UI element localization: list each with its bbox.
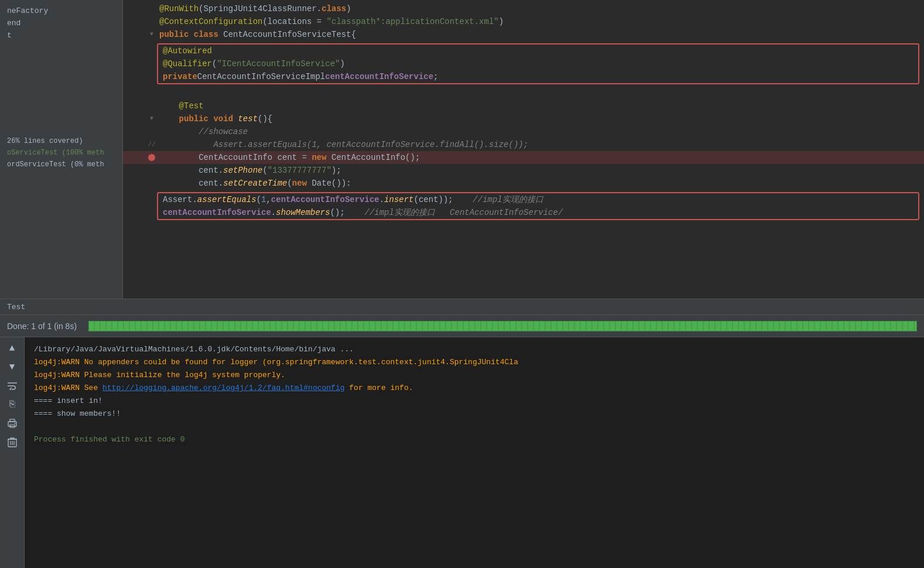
coverage-overall: 26% lines covered) [0, 135, 122, 147]
code-line-showcase: //showcase [123, 125, 924, 138]
console-line-5: ==== insert in! [34, 395, 915, 408]
lc-method: public void test(){ [157, 112, 924, 125]
progress-bar [88, 321, 917, 331]
section-separator: Test [0, 299, 924, 315]
lc-commented: Assert.assertEquals(1, centAccountInfoSe… [157, 138, 924, 151]
section-label: Test [7, 303, 25, 312]
code-scroll[interactable]: @RunWith(SpringJUnit4ClassRunner.class) … [123, 0, 924, 299]
lm-commented: // [146, 138, 157, 151]
test-done-text: Done: 1 of 1 (in 8s) [7, 321, 77, 331]
red-box2-line-2: centAccountInfoService.showMembers(); //… [158, 206, 918, 219]
red-box-line-3: private CentAccountInfoServiceImpl centA… [158, 70, 918, 83]
coverage-service-test: oServiceTest (100% meth [0, 147, 122, 159]
lm-method: ▼ [146, 112, 157, 125]
editor-area: neFactory end t 26% lines covered) oServ… [0, 0, 924, 299]
console-sidebar: ▲ ▼ ⎘ [0, 337, 25, 568]
red-box-1: @Autowired @Qualifier("ICentAccountInfoS… [157, 43, 919, 84]
code-line-2: @ContextConfiguration(locations = "class… [123, 15, 924, 28]
red-box-line-2: @Qualifier("ICentAccountInfoService") [158, 57, 918, 70]
red-box2-line-1: Assert.assertEquals(1, centAccountInfoSe… [158, 193, 918, 206]
scroll-down-icon[interactable]: ▼ [6, 361, 19, 374]
red-box-line-1: @Autowired [158, 45, 918, 57]
code-line-createtime: cent.setCreateTime(new Date()): [123, 177, 924, 190]
coverage-order-test: ordServiceTest (0% meth [0, 159, 122, 170]
svg-rect-0 [8, 422, 16, 426]
print-icon[interactable] [6, 417, 19, 430]
console-line-1: /Library/Java/JavaVirtualMachines/1.6.0.… [34, 343, 915, 356]
lc-showcase: //showcase [157, 125, 924, 138]
lc-phone: cent.setPhone("13377777777"); [157, 164, 924, 177]
lc-createtime: cent.setCreateTime(new Date()): [157, 177, 924, 190]
code-line-commented: // Assert.assertEquals(1, centAccountInf… [123, 138, 924, 151]
sidebar-item-2[interactable]: end [0, 17, 122, 29]
test-result-bar: Done: 1 of 1 (in 8s) [0, 315, 924, 337]
wrap-icon[interactable] [6, 379, 19, 392]
console-line-7 [34, 420, 915, 433]
string-classpath: "classpath*:applicationContext.xml" [327, 17, 499, 26]
copy-icon[interactable]: ⎘ [6, 398, 19, 411]
editor-sidebar: neFactory end t 26% lines covered) oServ… [0, 0, 123, 299]
annotation-context: @ContextConfiguration [159, 17, 262, 26]
breakpoint-icon [148, 154, 155, 161]
svg-point-3 [14, 423, 15, 424]
code-line-test-ann: @Test [123, 100, 924, 112]
line-marker-3: ▼ [146, 28, 157, 41]
code-line-phone: cent.setPhone("13377777777"); [123, 164, 924, 177]
lc-warn: CentAccountInfo cent = new CentAccountIn… [157, 151, 924, 164]
scroll-up-icon[interactable]: ▲ [6, 342, 19, 355]
line-content-3: public class CentAccountInfoServiceTest{ [157, 28, 924, 41]
console-line-2: log4j:WARN No appenders could be found f… [34, 356, 915, 369]
lm-warn [146, 154, 157, 161]
red-box-2: Assert.assertEquals(1, centAccountInfoSe… [157, 192, 919, 220]
console-line-3: log4j:WARN Please initialize the log4j s… [34, 369, 915, 382]
line-content-1: @RunWith(SpringJUnit4ClassRunner.class) [157, 2, 924, 15]
sidebar-item-1[interactable]: neFactory [0, 5, 122, 17]
code-line-method: ▼ public void test(){ [123, 112, 924, 125]
code-line-warn: CentAccountInfo cent = new CentAccountIn… [123, 151, 924, 164]
code-panel: @RunWith(SpringJUnit4ClassRunner.class) … [123, 0, 924, 299]
annotation-runwith: @RunWith [159, 4, 199, 13]
fold-icon-3: ▼ [150, 28, 153, 41]
console-area: ▲ ▼ ⎘ [0, 337, 924, 568]
code-line-3: ▼ public class CentAccountInfoServiceTes… [123, 28, 924, 41]
sidebar-item-3[interactable]: t [0, 29, 122, 42]
trash-icon[interactable] [6, 436, 19, 449]
console-line-8: Process finished with exit code 0 [34, 433, 915, 446]
console-line-6: ==== show members!! [34, 408, 915, 420]
log4j-link[interactable]: http://logging.apache.org/log4j/1.2/faq.… [102, 384, 344, 392]
svg-rect-2 [10, 419, 15, 422]
console-line-4: log4j:WARN See http://logging.apache.org… [34, 382, 915, 395]
console-content: /Library/Java/JavaVirtualMachines/1.6.0.… [25, 337, 924, 568]
code-line-blank1 [123, 87, 924, 100]
line-content-2: @ContextConfiguration(locations = "class… [157, 15, 924, 28]
code-line-1: @RunWith(SpringJUnit4ClassRunner.class) [123, 2, 924, 15]
lc-test-ann: @Test [157, 100, 924, 112]
